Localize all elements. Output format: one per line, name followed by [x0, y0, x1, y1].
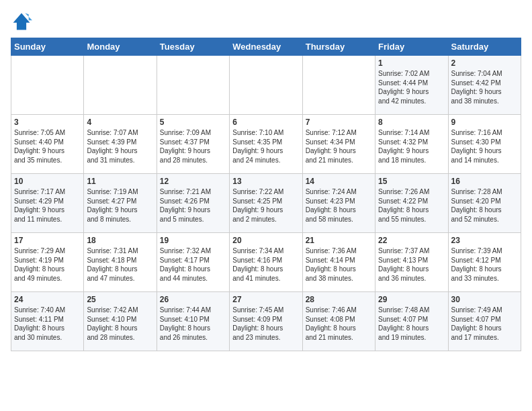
day-number: 14	[306, 177, 372, 186]
day-info: Sunrise: 7:44 AM Sunset: 4:10 PM Dayligh…	[160, 306, 226, 342]
header-monday: Monday	[84, 38, 157, 56]
day-cell: 6Sunrise: 7:10 AM Sunset: 4:35 PM Daylig…	[230, 115, 302, 174]
week-row-3: 10Sunrise: 7:17 AM Sunset: 4:29 PM Dayli…	[11, 174, 521, 233]
day-number: 1	[378, 58, 445, 68]
day-cell: 11Sunrise: 7:19 AM Sunset: 4:27 PM Dayli…	[84, 174, 157, 233]
day-cell: 22Sunrise: 7:37 AM Sunset: 4:13 PM Dayli…	[375, 233, 448, 292]
day-number: 2	[451, 58, 518, 68]
day-info: Sunrise: 7:36 AM Sunset: 4:14 PM Dayligh…	[306, 246, 372, 283]
day-number: 21	[306, 236, 372, 245]
day-cell: 1Sunrise: 7:02 AM Sunset: 4:44 PM Daylig…	[375, 56, 448, 115]
day-number: 19	[160, 236, 226, 245]
day-number: 17	[14, 236, 81, 245]
day-number: 7	[306, 118, 372, 127]
day-info: Sunrise: 7:05 AM Sunset: 4:40 PM Dayligh…	[14, 128, 81, 165]
day-cell: 4Sunrise: 7:07 AM Sunset: 4:39 PM Daylig…	[84, 115, 157, 174]
day-cell: 23Sunrise: 7:39 AM Sunset: 4:12 PM Dayli…	[448, 233, 521, 292]
day-number: 3	[14, 118, 81, 127]
day-number: 28	[306, 295, 372, 304]
day-number: 22	[378, 236, 445, 245]
day-cell: 19Sunrise: 7:32 AM Sunset: 4:17 PM Dayli…	[157, 233, 229, 292]
day-cell: 26Sunrise: 7:44 AM Sunset: 4:10 PM Dayli…	[157, 292, 229, 351]
day-number: 29	[378, 295, 445, 304]
day-cell: 28Sunrise: 7:46 AM Sunset: 4:08 PM Dayli…	[302, 292, 375, 351]
header-wednesday: Wednesday	[230, 38, 302, 56]
day-cell: 5Sunrise: 7:09 AM Sunset: 4:37 PM Daylig…	[157, 115, 229, 174]
day-info: Sunrise: 7:34 AM Sunset: 4:16 PM Dayligh…	[232, 246, 299, 283]
day-info: Sunrise: 7:19 AM Sunset: 4:27 PM Dayligh…	[87, 187, 153, 224]
day-number: 11	[87, 177, 153, 186]
day-number: 25	[87, 295, 153, 304]
day-cell: 21Sunrise: 7:36 AM Sunset: 4:14 PM Dayli…	[302, 233, 375, 292]
day-cell: 7Sunrise: 7:12 AM Sunset: 4:34 PM Daylig…	[302, 115, 375, 174]
week-row-2: 3Sunrise: 7:05 AM Sunset: 4:40 PM Daylig…	[11, 115, 521, 174]
day-number: 10	[14, 177, 81, 186]
day-number: 12	[160, 177, 226, 186]
day-info: Sunrise: 7:24 AM Sunset: 4:23 PM Dayligh…	[306, 187, 372, 224]
day-info: Sunrise: 7:40 AM Sunset: 4:11 PM Dayligh…	[14, 306, 81, 342]
day-cell: 16Sunrise: 7:28 AM Sunset: 4:20 PM Dayli…	[448, 174, 521, 233]
day-number: 26	[160, 295, 226, 304]
day-info: Sunrise: 7:31 AM Sunset: 4:18 PM Dayligh…	[87, 246, 153, 283]
day-cell	[11, 56, 84, 115]
day-info: Sunrise: 7:09 AM Sunset: 4:37 PM Dayligh…	[160, 128, 226, 165]
logo	[11, 11, 35, 32]
day-info: Sunrise: 7:26 AM Sunset: 4:22 PM Dayligh…	[378, 187, 445, 224]
day-cell: 12Sunrise: 7:21 AM Sunset: 4:26 PM Dayli…	[157, 174, 229, 233]
day-info: Sunrise: 7:04 AM Sunset: 4:42 PM Dayligh…	[451, 69, 518, 105]
day-cell: 13Sunrise: 7:22 AM Sunset: 4:25 PM Dayli…	[230, 174, 302, 233]
day-info: Sunrise: 7:39 AM Sunset: 4:12 PM Dayligh…	[451, 246, 518, 283]
day-info: Sunrise: 7:37 AM Sunset: 4:13 PM Dayligh…	[378, 246, 445, 283]
header-thursday: Thursday	[302, 38, 375, 56]
day-number: 6	[232, 118, 299, 127]
header-friday: Friday	[375, 38, 448, 56]
day-info: Sunrise: 7:22 AM Sunset: 4:25 PM Dayligh…	[232, 187, 299, 224]
day-info: Sunrise: 7:28 AM Sunset: 4:20 PM Dayligh…	[451, 187, 518, 224]
header-saturday: Saturday	[448, 38, 521, 56]
day-cell: 3Sunrise: 7:05 AM Sunset: 4:40 PM Daylig…	[11, 115, 84, 174]
week-row-1: 1Sunrise: 7:02 AM Sunset: 4:44 PM Daylig…	[11, 56, 521, 115]
day-info: Sunrise: 7:46 AM Sunset: 4:08 PM Dayligh…	[306, 306, 372, 342]
day-info: Sunrise: 7:12 AM Sunset: 4:34 PM Dayligh…	[306, 128, 372, 165]
week-row-4: 17Sunrise: 7:29 AM Sunset: 4:19 PM Dayli…	[11, 233, 521, 292]
day-info: Sunrise: 7:10 AM Sunset: 4:35 PM Dayligh…	[232, 128, 299, 165]
day-number: 30	[451, 295, 518, 304]
day-number: 8	[378, 118, 445, 127]
day-number: 5	[160, 118, 226, 127]
svg-marker-0	[13, 13, 30, 30]
header	[11, 11, 521, 32]
day-info: Sunrise: 7:49 AM Sunset: 4:07 PM Dayligh…	[451, 306, 518, 342]
day-number: 13	[232, 177, 299, 186]
calendar-header-row: SundayMondayTuesdayWednesdayThursdayFrid…	[11, 38, 521, 56]
day-info: Sunrise: 7:17 AM Sunset: 4:29 PM Dayligh…	[14, 187, 81, 224]
day-number: 18	[87, 236, 153, 245]
day-info: Sunrise: 7:42 AM Sunset: 4:10 PM Dayligh…	[87, 306, 153, 342]
day-info: Sunrise: 7:21 AM Sunset: 4:26 PM Dayligh…	[160, 187, 226, 224]
day-number: 16	[451, 177, 518, 186]
day-cell: 8Sunrise: 7:14 AM Sunset: 4:32 PM Daylig…	[375, 115, 448, 174]
day-number: 27	[232, 295, 299, 304]
day-number: 9	[451, 118, 518, 127]
day-cell: 14Sunrise: 7:24 AM Sunset: 4:23 PM Dayli…	[302, 174, 375, 233]
day-cell: 15Sunrise: 7:26 AM Sunset: 4:22 PM Dayli…	[375, 174, 448, 233]
day-cell: 25Sunrise: 7:42 AM Sunset: 4:10 PM Dayli…	[84, 292, 157, 351]
day-cell: 17Sunrise: 7:29 AM Sunset: 4:19 PM Dayli…	[11, 233, 84, 292]
header-tuesday: Tuesday	[157, 38, 229, 56]
day-cell: 10Sunrise: 7:17 AM Sunset: 4:29 PM Dayli…	[11, 174, 84, 233]
day-number: 23	[451, 236, 518, 245]
day-info: Sunrise: 7:02 AM Sunset: 4:44 PM Dayligh…	[378, 69, 445, 105]
logo-icon	[11, 11, 32, 32]
calendar-table: SundayMondayTuesdayWednesdayThursdayFrid…	[11, 38, 521, 351]
day-info: Sunrise: 7:29 AM Sunset: 4:19 PM Dayligh…	[14, 246, 81, 283]
day-info: Sunrise: 7:16 AM Sunset: 4:30 PM Dayligh…	[451, 128, 518, 165]
day-info: Sunrise: 7:32 AM Sunset: 4:17 PM Dayligh…	[160, 246, 226, 283]
day-cell: 18Sunrise: 7:31 AM Sunset: 4:18 PM Dayli…	[84, 233, 157, 292]
day-cell	[157, 56, 229, 115]
day-cell: 30Sunrise: 7:49 AM Sunset: 4:07 PM Dayli…	[448, 292, 521, 351]
day-info: Sunrise: 7:07 AM Sunset: 4:39 PM Dayligh…	[87, 128, 153, 165]
day-info: Sunrise: 7:14 AM Sunset: 4:32 PM Dayligh…	[378, 128, 445, 165]
day-info: Sunrise: 7:45 AM Sunset: 4:09 PM Dayligh…	[232, 306, 299, 342]
day-number: 4	[87, 118, 153, 127]
day-cell: 2Sunrise: 7:04 AM Sunset: 4:42 PM Daylig…	[448, 56, 521, 115]
day-cell: 27Sunrise: 7:45 AM Sunset: 4:09 PM Dayli…	[230, 292, 302, 351]
